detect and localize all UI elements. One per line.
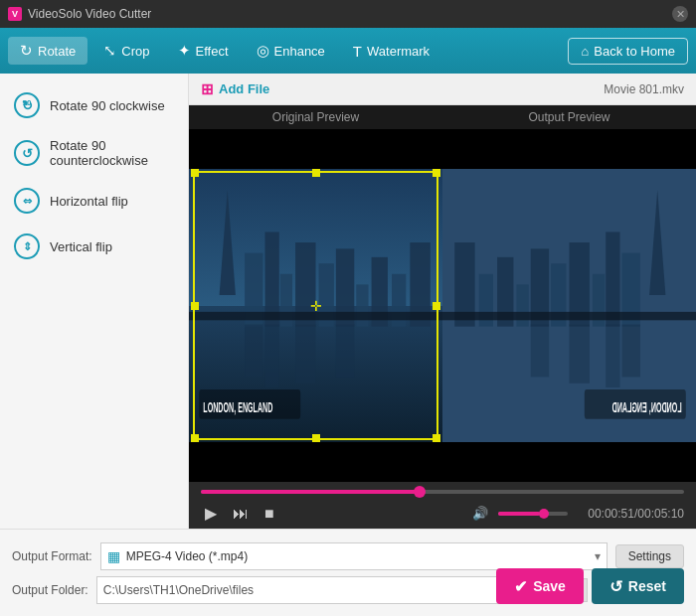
app-title: VideoSolo Video Cutter — [28, 7, 151, 21]
add-file-button[interactable]: ⊞ Add File — [201, 80, 269, 98]
save-label: Save — [533, 578, 566, 594]
rotate-ccw-label: Rotate 90 counterclockwise — [50, 138, 174, 168]
effect-tab[interactable]: ✦ Effect — [166, 37, 241, 65]
folder-path: C:\Users\TH1\OneDrive\files — [96, 576, 553, 604]
folder-path-value: C:\Users\TH1\OneDrive\files — [103, 583, 254, 597]
fast-forward-button[interactable]: ⏭ — [229, 503, 253, 525]
folder-label: Output Folder: — [12, 583, 88, 597]
original-video-frame: LONDON, ENGLAND — [189, 169, 442, 442]
crop-label: Crop — [121, 44, 149, 59]
rotate-tab[interactable]: ↻ Rotate — [8, 37, 87, 65]
progress-track[interactable] — [201, 490, 684, 494]
svg-text:LONDON, ENGLAND: LONDON, ENGLAND — [203, 398, 272, 415]
add-file-bar: ⊞ Add File Movie 801.mkv — [189, 74, 696, 105]
effect-icon: ✦ — [178, 42, 191, 60]
original-preview-label: Original Preview — [189, 105, 442, 129]
current-time: 00:00:51 — [588, 507, 634, 521]
output-video-frame: LONDON, ENGLAND — [442, 169, 696, 442]
volume-slider[interactable] — [498, 512, 568, 516]
action-buttons: ✔ Save ↺ Reset — [496, 568, 684, 604]
reset-label: Reset — [628, 578, 666, 594]
time-display: 00:00:51/00:05:10 — [588, 507, 684, 521]
svg-marker-20 — [649, 190, 665, 295]
home-icon: ⌂ — [581, 44, 589, 59]
watermark-label: Watermark — [367, 44, 430, 59]
rotate-cw-label: Rotate 90 clockwise — [50, 98, 165, 113]
enhance-icon: ◎ — [257, 42, 269, 60]
progress-fill — [201, 490, 419, 494]
reset-button[interactable]: ↺ Reset — [592, 568, 684, 604]
format-label: Output Format: — [12, 549, 92, 563]
save-check-icon: ✔ — [514, 577, 527, 596]
svg-rect-16 — [336, 325, 354, 378]
volume-thumb[interactable] — [539, 509, 549, 519]
reset-icon: ↺ — [609, 577, 622, 596]
main-content: ↻ 90 Rotate 90 clockwise ↺ Rotate 90 cou… — [0, 74, 696, 529]
effect-label: Effect — [196, 44, 229, 59]
svg-rect-12 — [189, 312, 442, 320]
sidebar: ↻ 90 Rotate 90 clockwise ↺ Rotate 90 cou… — [0, 74, 189, 529]
title-bar-left: V VideoSolo Video Cutter — [8, 7, 151, 21]
format-value: MPEG-4 Video (*.mp4) — [126, 549, 249, 563]
vflip-item[interactable]: ⇕ Vertical flip — [0, 225, 188, 268]
volume-fill — [498, 512, 540, 516]
rotate-label: Rotate — [38, 44, 76, 59]
rotate-cw-item[interactable]: ↻ 90 Rotate 90 clockwise — [0, 83, 188, 127]
svg-rect-33 — [606, 325, 619, 387]
add-file-icon: ⊞ — [201, 80, 214, 98]
controls-row: ▶ ⏭ ■ 🔊 00:00:51/00:05:10 — [189, 498, 696, 529]
progress-thumb[interactable] — [414, 486, 426, 498]
original-preview-panel: LONDON, ENGLAND — [189, 129, 442, 482]
bottom-bar: Output Format: ▦ MPEG-4 Video (*.mp4) ▾ … — [0, 529, 696, 616]
svg-rect-31 — [442, 312, 696, 320]
settings-button[interactable]: Settings — [615, 544, 684, 568]
watermark-tab[interactable]: T Watermark — [341, 38, 441, 65]
vflip-icon: ⇕ — [14, 233, 40, 259]
title-bar: V VideoSolo Video Cutter ✕ — [0, 0, 696, 28]
svg-rect-34 — [570, 325, 590, 384]
svg-rect-14 — [265, 325, 279, 387]
svg-rect-35 — [531, 325, 549, 378]
hflip-item[interactable]: ⇔ Horizontal flip — [0, 179, 188, 223]
save-button[interactable]: ✔ Save — [496, 568, 584, 604]
enhance-label: Enhance — [274, 44, 325, 59]
timeline-area — [189, 482, 696, 498]
rotate-cw-icon: ↻ 90 — [14, 92, 40, 118]
svg-rect-32 — [622, 325, 640, 378]
hflip-icon: ⇔ — [14, 188, 40, 214]
rotate-ccw-icon: ↺ — [14, 140, 40, 166]
svg-rect-13 — [245, 325, 262, 378]
toolbar: ↻ Rotate ⤡ Crop ✦ Effect ◎ Enhance T Wat… — [0, 28, 696, 74]
back-home-label: Back to Home — [594, 44, 675, 59]
crop-icon: ⤡ — [103, 42, 116, 60]
enhance-tab[interactable]: ◎ Enhance — [245, 37, 337, 65]
preview-area: Original Preview Output Preview — [189, 105, 696, 482]
format-select[interactable]: ▦ MPEG-4 Video (*.mp4) ▾ — [100, 542, 608, 570]
svg-marker-1 — [220, 190, 236, 295]
vflip-label: Vertical flip — [50, 239, 112, 254]
format-row: Output Format: ▦ MPEG-4 Video (*.mp4) ▾ … — [12, 542, 684, 570]
mp4-icon: ▦ — [107, 548, 120, 564]
volume-area: 🔊 — [468, 504, 568, 523]
rotate-ccw-item[interactable]: ↺ Rotate 90 counterclockwise — [0, 129, 188, 177]
crop-tab[interactable]: ⤡ Crop — [91, 37, 161, 65]
stop-button[interactable]: ■ — [261, 503, 278, 525]
hflip-label: Horizontal flip — [50, 194, 128, 209]
play-button[interactable]: ▶ — [201, 502, 221, 525]
volume-icon[interactable]: 🔊 — [468, 504, 492, 523]
watermark-icon: T — [353, 43, 362, 60]
total-time: 00:05:10 — [637, 507, 684, 521]
svg-rect-15 — [295, 325, 315, 384]
output-preview-panel: LONDON, ENGLAND — [442, 129, 696, 482]
back-home-button[interactable]: ⌂ Back to Home — [568, 38, 688, 65]
svg-text:LONDON, ENGLAND: LONDON, ENGLAND — [612, 398, 682, 415]
rotate-icon: ↻ — [20, 42, 33, 60]
dropdown-arrow-icon: ▾ — [595, 549, 601, 563]
output-preview-label: Output Preview — [442, 105, 696, 129]
app-icon: V — [8, 7, 22, 21]
close-button[interactable]: ✕ — [672, 6, 688, 22]
add-file-label: Add File — [219, 81, 269, 96]
right-panel: ⊞ Add File Movie 801.mkv Original Previe… — [189, 74, 696, 529]
filename: Movie 801.mkv — [604, 82, 684, 96]
